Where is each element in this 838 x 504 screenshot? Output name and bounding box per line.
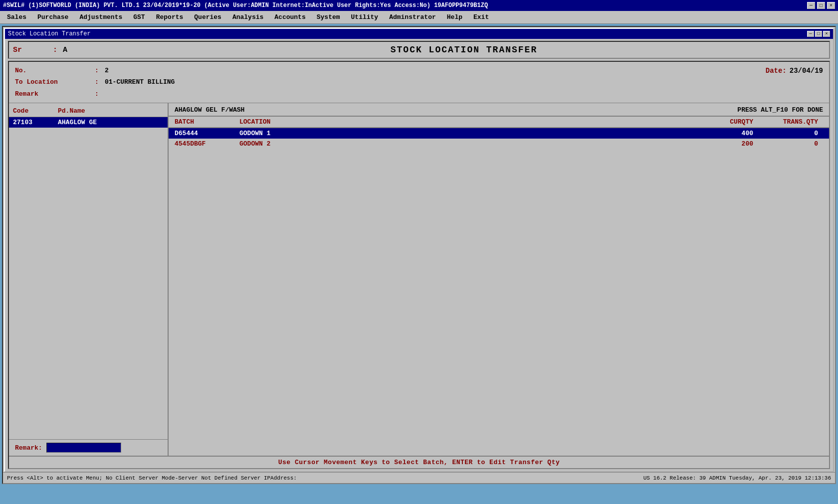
- main-content-block: No. : 2 To Location : 01-CURRENT BILLING…: [8, 61, 830, 469]
- col-batch-header: BATCH: [175, 118, 239, 126]
- sub-window: Stock Location Transfer ─ □ × Sr : A STO…: [4, 28, 834, 472]
- remark-field-row: Remark :: [15, 88, 175, 100]
- batch-curqty: 400: [713, 130, 768, 137]
- no-label: No.: [15, 65, 95, 76]
- no-value: 2: [105, 65, 109, 76]
- left-table-rows: 27103 AHAGLOW GE: [9, 117, 168, 439]
- status-left: Press <Alt> to activate Menu; No Client …: [7, 475, 297, 481]
- menu-help[interactable]: Help: [442, 12, 467, 22]
- remark-label: Remark: [15, 88, 95, 100]
- sr-value: A: [63, 46, 103, 54]
- product-info: AHAGLOW GEL F/WASH: [175, 106, 244, 114]
- remark-input[interactable]: [46, 443, 121, 453]
- title-bar: #SWIL# (1)SOFTWORLD (INDIA) PVT. LTD.1 2…: [0, 0, 838, 11]
- menu-utility[interactable]: Utility: [346, 12, 384, 22]
- menu-sales[interactable]: Sales: [2, 12, 31, 22]
- left-panel: Code Pd.Name 27103 AHAGLOW GE Remark:: [9, 103, 169, 456]
- menu-bar: Sales Purchase Adjustments GST Reports Q…: [0, 11, 838, 24]
- batch-code: 4545DBGF: [175, 140, 239, 148]
- menu-gst[interactable]: GST: [128, 12, 150, 22]
- close-button[interactable]: ×: [827, 2, 835, 9]
- menu-adminstrator[interactable]: Adminstrator: [384, 12, 441, 22]
- product-code: 27103: [13, 119, 58, 126]
- right-top: AHAGLOW GEL F/WASH PRESS ALT_F10 FOR DON…: [169, 103, 829, 116]
- batch-transqty: 0: [768, 130, 823, 137]
- col-pdname-header: Pd.Name: [58, 107, 164, 115]
- batch-table-rows: D65444 GODOWN 1 400 0 4545DBGF GODOWN 2 …: [169, 128, 829, 456]
- hint-text: Use Cursor Movement Keys to Select Batch…: [278, 459, 560, 466]
- top-fields: No. : 2 To Location : 01-CURRENT BILLING…: [9, 62, 829, 103]
- sr-header-row: Sr : A STOCK LOCATION TRANSFER: [8, 41, 830, 59]
- batch-curqty: 200: [713, 140, 768, 148]
- bottom-remark: Remark:: [9, 439, 168, 456]
- sub-content: Sr : A STOCK LOCATION TRANSFER No. : 2: [5, 39, 833, 471]
- batch-location: GODOWN 2: [239, 140, 713, 148]
- to-location-label: To Location: [15, 76, 95, 88]
- table-area: Code Pd.Name 27103 AHAGLOW GE Remark:: [9, 103, 829, 456]
- menu-reports[interactable]: Reports: [151, 12, 189, 22]
- product-name: AHAGLOW GE: [58, 119, 164, 126]
- minimize-button[interactable]: ─: [807, 2, 815, 9]
- sr-label: Sr: [13, 46, 53, 54]
- col-location-header: LOCATION: [239, 118, 713, 126]
- left-table-header: Code Pd.Name: [9, 105, 168, 117]
- to-location-colon: :: [95, 76, 105, 88]
- sub-minimize-button[interactable]: ─: [807, 31, 814, 37]
- sr-colon: :: [53, 46, 63, 54]
- alt-hint: PRESS ALT_F10 FOR DONE: [737, 106, 823, 114]
- batch-location: GODOWN 1: [239, 130, 713, 137]
- title-bar-buttons: ─ □ ×: [807, 2, 835, 9]
- main-area: Stock Location Transfer ─ □ × Sr : A STO…: [2, 26, 836, 484]
- right-panel: AHAGLOW GEL F/WASH PRESS ALT_F10 FOR DON…: [169, 103, 829, 456]
- maximize-button[interactable]: □: [817, 2, 825, 9]
- col-code-header: Code: [13, 107, 58, 115]
- table-row[interactable]: D65444 GODOWN 1 400 0: [169, 128, 829, 139]
- no-colon: :: [95, 65, 105, 76]
- batch-code: D65444: [175, 130, 239, 137]
- remark-colon: :: [95, 88, 105, 100]
- menu-system[interactable]: System: [312, 12, 345, 22]
- menu-exit[interactable]: Exit: [468, 12, 494, 22]
- table-row[interactable]: 4545DBGF GODOWN 2 200 0: [169, 139, 829, 149]
- form-title: STOCK LOCATION TRANSFER: [103, 45, 825, 55]
- batch-table-header: BATCH LOCATION CURQTY TRANS.QTY: [169, 116, 829, 128]
- to-location-value: 01-CURRENT BILLING: [105, 76, 175, 88]
- to-location-field-row: To Location : 01-CURRENT BILLING: [15, 76, 175, 88]
- batch-transqty: 0: [768, 140, 823, 148]
- menu-queries[interactable]: Queries: [189, 12, 226, 22]
- sub-title-bar-buttons: ─ □ ×: [807, 31, 830, 37]
- sub-window-title: Stock Location Transfer: [8, 30, 91, 37]
- menu-adjustments[interactable]: Adjustments: [74, 12, 127, 22]
- status-right: US 16.2 Release: 39 ADMIN Tuesday, Apr. …: [643, 475, 831, 481]
- sub-maximize-button[interactable]: □: [815, 31, 822, 37]
- hint-bar: Use Cursor Movement Keys to Select Batch…: [9, 456, 829, 468]
- no-field-row: No. : 2: [15, 65, 175, 76]
- menu-purchase[interactable]: Purchase: [32, 12, 73, 22]
- menu-accounts[interactable]: Accounts: [269, 12, 310, 22]
- sub-close-button[interactable]: ×: [823, 31, 830, 37]
- title-bar-text: #SWIL# (1)SOFTWORLD (INDIA) PVT. LTD.1 2…: [3, 2, 488, 9]
- date-value: 23/04/19: [790, 67, 823, 75]
- table-row[interactable]: 27103 AHAGLOW GE: [9, 117, 168, 128]
- status-bar: Press <Alt> to activate Menu; No Client …: [3, 472, 835, 483]
- menu-analysis[interactable]: Analysis: [227, 12, 268, 22]
- date-label: Date:: [766, 67, 787, 75]
- remark-bar-label: Remark:: [15, 444, 42, 452]
- col-curqty-header: CURQTY: [713, 118, 768, 126]
- col-transqty-header: TRANS.QTY: [768, 118, 823, 126]
- sub-title-bar: Stock Location Transfer ─ □ ×: [5, 29, 833, 39]
